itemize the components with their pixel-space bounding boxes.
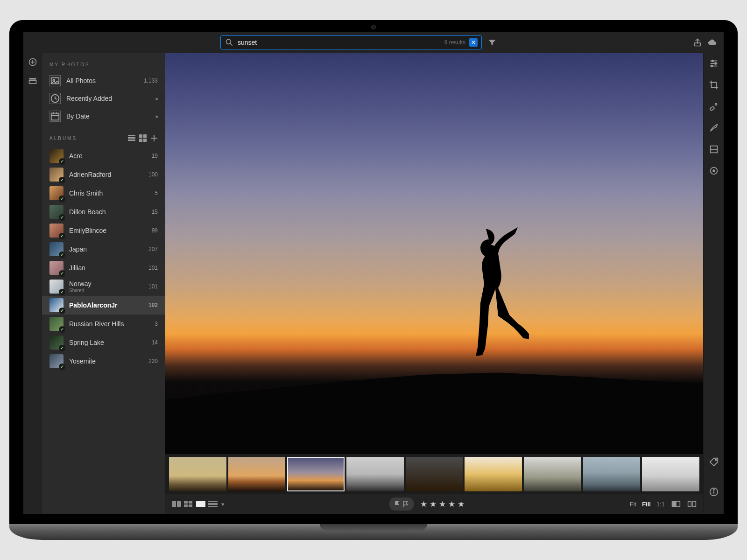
- album-item[interactable]: ✔Chris Smith5: [42, 184, 165, 203]
- search-icon: [225, 38, 234, 47]
- linear-gradient-icon[interactable]: [709, 144, 719, 154]
- view-detail-icon[interactable]: [196, 501, 205, 507]
- crop-icon[interactable]: [709, 80, 719, 90]
- flag-pick-icon[interactable]: [394, 499, 401, 509]
- album-name: PabloAlarconJr: [69, 301, 117, 309]
- sync-check-icon: ✔: [59, 364, 65, 370]
- clear-search-button[interactable]: ✕: [469, 38, 478, 47]
- album-item[interactable]: ✔Spring Lake14: [42, 333, 165, 352]
- calendar-icon: [49, 111, 61, 122]
- filmstrip-thumb[interactable]: [169, 457, 226, 491]
- album-text: AdrienRadford: [69, 171, 111, 178]
- albums-header: ALBUMS: [42, 125, 165, 147]
- chevron-left-icon: ◂: [155, 113, 158, 119]
- album-name: Russian River Hills: [69, 320, 124, 328]
- compare-view-icon[interactable]: [687, 499, 697, 509]
- healing-brush-icon[interactable]: [709, 101, 719, 112]
- album-item[interactable]: ✔Russian River Hills3: [42, 315, 165, 333]
- album-count: 102: [148, 302, 158, 308]
- info-icon[interactable]: [709, 487, 719, 497]
- star-icon[interactable]: ★: [458, 499, 465, 509]
- cloud-sync-icon[interactable]: [708, 38, 717, 47]
- filmstrip-thumb[interactable]: [465, 457, 522, 491]
- zoom-fill[interactable]: Fill: [642, 501, 651, 508]
- search-field[interactable]: 9 results ✕: [220, 35, 482, 49]
- filmstrip-thumb[interactable]: [287, 457, 345, 491]
- svg-point-40: [715, 459, 717, 461]
- zoom-1to1[interactable]: 1:1: [656, 501, 665, 508]
- view-square-grid-icon[interactable]: [172, 501, 181, 507]
- album-text: Yosemite: [69, 357, 96, 365]
- album-count: 3: [155, 321, 158, 327]
- album-item[interactable]: ✔EmilyBlincoe99: [42, 221, 165, 240]
- album-item[interactable]: ✔Dillon Beach15: [42, 203, 165, 221]
- nav-item[interactable]: By Date◂: [42, 107, 165, 125]
- album-item[interactable]: ✔Japan207: [42, 240, 165, 259]
- radial-gradient-icon[interactable]: [709, 166, 719, 176]
- viewer-area: ▾ ★★★★★ Fit Fill 1:1: [165, 53, 703, 514]
- filmstrip-thumb[interactable]: [346, 457, 404, 491]
- album-view-grid-icon[interactable]: [139, 134, 147, 142]
- album-item[interactable]: ✔Jillian101: [42, 259, 165, 277]
- star-icon[interactable]: ★: [448, 499, 456, 509]
- album-item[interactable]: ✔Yosemite220: [42, 352, 165, 371]
- album-text: PabloAlarconJr: [69, 301, 117, 309]
- album-thumbnail: ✔: [49, 261, 63, 275]
- share-icon[interactable]: [693, 38, 702, 47]
- search-input[interactable]: [238, 39, 441, 46]
- flag-reject-icon[interactable]: [402, 499, 409, 509]
- rating-stars[interactable]: ★★★★★: [420, 499, 465, 509]
- svg-rect-17: [128, 140, 135, 141]
- filmstrip-thumb[interactable]: [642, 457, 699, 491]
- show-original-icon[interactable]: [671, 499, 681, 509]
- album-view-list-icon[interactable]: [128, 134, 135, 142]
- album-item[interactable]: ✔PabloAlarconJr102: [42, 296, 165, 315]
- sync-check-icon: ✔: [59, 214, 65, 221]
- svg-point-43: [713, 490, 714, 490]
- album-name: Chris Smith: [69, 189, 103, 197]
- add-album-icon[interactable]: [150, 134, 158, 142]
- view-photo-grid-icon[interactable]: [184, 501, 193, 507]
- filmstrip: [165, 454, 703, 494]
- album-text: Dillon Beach: [69, 208, 106, 216]
- section-title-myphotos: MY PHOTOS: [42, 59, 165, 72]
- album-item[interactable]: ✔AdrienRadford100: [42, 165, 165, 184]
- album-name: AdrienRadford: [69, 171, 111, 178]
- edit-sliders-icon[interactable]: [709, 58, 719, 69]
- main-photo[interactable]: [165, 53, 703, 454]
- star-icon[interactable]: ★: [420, 499, 428, 509]
- laptop-hinge-notch: [320, 524, 427, 531]
- nav-item[interactable]: All Photos1,133: [42, 72, 165, 90]
- keywords-icon[interactable]: [709, 457, 719, 467]
- brush-icon[interactable]: [709, 123, 719, 133]
- filmstrip-thumb[interactable]: [583, 457, 641, 491]
- filmstrip-thumb[interactable]: [406, 457, 463, 491]
- svg-rect-21: [143, 139, 147, 142]
- section-title-albums: ALBUMS: [49, 136, 124, 141]
- nav-item-count: 1,133: [144, 77, 158, 84]
- album-count: 15: [152, 209, 158, 215]
- sync-check-icon: ✔: [59, 158, 65, 165]
- album-count: 5: [155, 190, 158, 196]
- zoom-fit[interactable]: Fit: [630, 501, 636, 508]
- star-icon[interactable]: ★: [430, 499, 437, 509]
- svg-rect-15: [128, 135, 135, 136]
- my-photos-panel-icon[interactable]: [28, 76, 37, 85]
- nav-item[interactable]: Recently Added◂: [42, 90, 165, 107]
- filter-icon[interactable]: [487, 38, 497, 47]
- left-rail: [23, 53, 42, 514]
- album-item[interactable]: ✔Acre19: [42, 147, 165, 165]
- album-subtitle: Shared: [69, 288, 91, 293]
- album-name: Dillon Beach: [69, 208, 106, 216]
- star-icon[interactable]: ★: [439, 499, 447, 509]
- flag-controls[interactable]: [389, 497, 414, 511]
- album-thumbnail: ✔: [49, 280, 63, 294]
- album-name: Jillian: [69, 264, 85, 272]
- album-item[interactable]: ✔NorwayShared101: [42, 277, 165, 296]
- add-photos-icon[interactable]: [28, 57, 37, 67]
- album-text: NorwayShared: [69, 280, 91, 293]
- view-compare-icon[interactable]: [208, 501, 218, 507]
- filmstrip-thumb[interactable]: [524, 457, 581, 491]
- filmstrip-thumb[interactable]: [228, 457, 286, 491]
- view-chevron-icon[interactable]: ▾: [220, 499, 225, 509]
